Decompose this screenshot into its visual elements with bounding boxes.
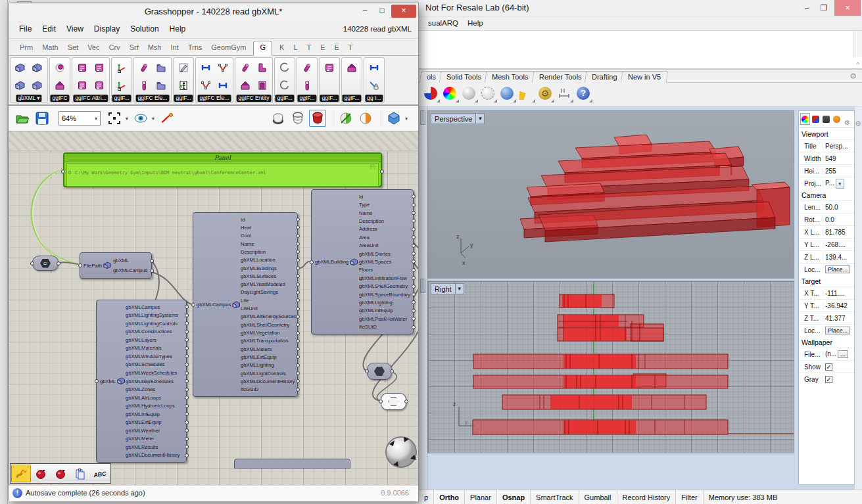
output-port[interactable]	[296, 225, 300, 229]
tag-icon[interactable]	[91, 76, 108, 94]
gh-menu-display[interactable]: Display	[94, 24, 120, 34]
help-sphere-icon[interactable]: ?	[575, 85, 592, 103]
output-port[interactable]	[296, 242, 300, 246]
folder-icon[interactable]	[153, 76, 170, 94]
shaded-viewport-icon[interactable]	[423, 85, 440, 103]
open-file-icon[interactable]	[14, 110, 31, 127]
input-port[interactable]	[191, 303, 195, 307]
beam-icon[interactable]	[197, 58, 214, 76]
tag-icon[interactable]	[74, 76, 91, 94]
status-record-history[interactable]: Record History	[617, 490, 677, 504]
spotlight-icon[interactable]	[518, 85, 535, 103]
rhino-titlebar[interactable]: Not For Resale Lab (64-bit) – ❐ ×	[419, 0, 862, 17]
output-port[interactable]	[185, 421, 189, 424]
output-port[interactable]	[412, 227, 416, 231]
panel-tab-display-icon[interactable]	[821, 113, 831, 125]
property-value[interactable]: Persp...	[823, 143, 854, 150]
param-output-port[interactable]	[404, 400, 408, 403]
output-port[interactable]	[296, 371, 300, 375]
output-port[interactable]	[296, 339, 300, 343]
document-preview-icon[interactable]	[385, 110, 402, 127]
axes-icon[interactable]	[113, 58, 130, 76]
truss-icon[interactable]	[214, 58, 231, 76]
gear-icon[interactable]: ⚙	[537, 85, 554, 103]
property-value[interactable]: -268....	[823, 241, 854, 248]
gh-menu-solution[interactable]: Solution	[130, 24, 158, 34]
rhino-close-button[interactable]: ×	[834, 0, 861, 16]
output-port[interactable]	[185, 445, 189, 449]
gh-tab-k-11[interactable]: K	[279, 43, 284, 51]
output-port[interactable]	[296, 315, 300, 319]
property-value[interactable]: ✓	[823, 376, 854, 383]
output-port[interactable]	[296, 379, 300, 383]
rhino-tab-new-in-v5[interactable]: New in V5	[620, 71, 668, 83]
status-gumball[interactable]: Gumball	[579, 490, 617, 504]
viewport-menu-caret-icon[interactable]: ▼	[455, 284, 464, 294]
gh-tab-int-7[interactable]: Int	[170, 43, 178, 51]
output-port[interactable]	[412, 203, 416, 207]
output-port[interactable]	[185, 338, 189, 342]
house-icon[interactable]	[51, 76, 68, 94]
person-icon[interactable]	[175, 76, 192, 94]
gbxml-campus-component[interactable]: gbXMLCampusIdHeatCoolNameDescriptiongbXM…	[193, 212, 298, 397]
panel-tab-material-icon[interactable]	[811, 113, 821, 125]
output-port[interactable]	[412, 244, 416, 248]
status-filter[interactable]: Filter	[676, 490, 703, 504]
param-output-port[interactable]	[390, 369, 394, 373]
output-port[interactable]	[185, 437, 189, 441]
grey-sphere-icon[interactable]	[461, 85, 478, 103]
panel-tab-color-wheel-icon[interactable]	[800, 113, 810, 125]
gh-tab-srf-5[interactable]: Srf	[130, 43, 139, 51]
output-port[interactable]	[296, 234, 300, 238]
zoom-extents-icon[interactable]	[106, 110, 123, 127]
output-port[interactable]	[185, 363, 189, 367]
perspective-viewport[interactable]: Perspective ▼	[427, 110, 794, 279]
gbxml-building-component[interactable]: gbXMLBuildingIdTypeNameDescriptionAddres…	[311, 189, 414, 334]
gear-icon[interactable]: ⚙	[850, 72, 857, 81]
output-port[interactable]	[412, 317, 416, 321]
canvas-zoom-select[interactable]: 64% ▾	[59, 111, 101, 126]
clipboard-widget-icon[interactable]	[70, 465, 90, 482]
chevron-down-icon[interactable]: ▼	[836, 179, 844, 189]
house-icon[interactable]	[237, 76, 254, 94]
output-port[interactable]	[412, 235, 416, 239]
lock-icon[interactable]	[366, 76, 383, 94]
output-port[interactable]	[185, 428, 189, 432]
book-icon[interactable]	[29, 76, 46, 94]
property-value[interactable]: -111....	[823, 290, 854, 297]
place-button[interactable]: Place...	[825, 265, 850, 273]
cyl-icon[interactable]	[237, 58, 254, 76]
output-port[interactable]	[185, 453, 189, 457]
gh-menu-view[interactable]: View	[66, 24, 84, 34]
property-value[interactable]: Place...	[823, 326, 854, 335]
output-port[interactable]	[296, 218, 300, 221]
book-icon[interactable]	[29, 58, 46, 76]
blue-sphere-icon[interactable]	[499, 85, 516, 103]
bulb-icon[interactable]	[135, 76, 153, 94]
tag-icon[interactable]	[321, 58, 338, 76]
perspective-viewport-label[interactable]: Perspective ▼	[431, 113, 485, 124]
property-value[interactable]: ✓	[823, 363, 854, 371]
property-value[interactable]: Place...	[823, 265, 854, 274]
output-port[interactable]	[412, 276, 416, 280]
output-port[interactable]	[185, 330, 189, 334]
save-file-icon[interactable]	[34, 110, 51, 127]
sketch-pen-icon[interactable]	[158, 110, 176, 127]
capsule-output-port[interactable]	[57, 262, 60, 265]
output-port[interactable]	[412, 260, 416, 263]
output-port[interactable]	[296, 331, 300, 335]
gh-tab-trns-8[interactable]: Trns	[188, 43, 203, 51]
gh-maximize-button[interactable]: □	[373, 5, 391, 18]
viewport-left-scrollbar[interactable]	[419, 106, 427, 490]
property-value[interactable]: P...▼	[823, 179, 854, 189]
gh-tab-msh-6[interactable]: Msh	[148, 43, 162, 51]
property-value[interactable]: 139.4...	[823, 254, 854, 261]
property-value[interactable]: -36.942	[823, 302, 854, 309]
property-value[interactable]: 50.0	[823, 204, 854, 211]
penbox-icon[interactable]	[175, 58, 192, 76]
output-port[interactable]	[150, 269, 154, 273]
remote-out-icon[interactable]	[51, 465, 70, 482]
output-port[interactable]	[412, 285, 416, 288]
output-port[interactable]	[296, 283, 300, 286]
cyl-icon[interactable]	[299, 58, 316, 76]
